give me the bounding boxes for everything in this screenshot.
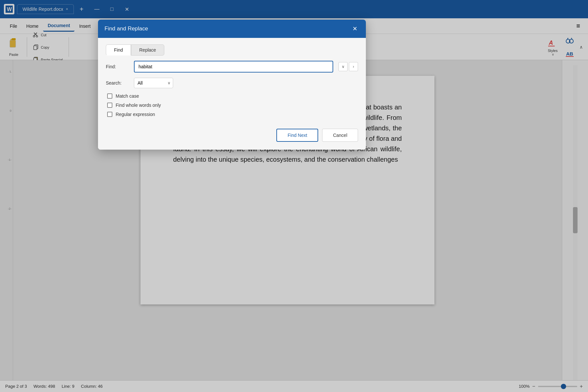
regex-checkbox[interactable] xyxy=(107,112,112,117)
dialog-form: Find: ∨ › Search: All Up Down xyxy=(106,61,358,142)
dialog-tab-replace[interactable]: Replace xyxy=(131,44,164,56)
regex-label: Regular expression xyxy=(116,112,155,117)
modal-overlay: Find and Replace ✕ Find Replace Find: ∨ … xyxy=(0,0,588,392)
checkbox-group: Match case Find whole words only Regular… xyxy=(106,93,358,117)
whole-words-checkbox[interactable] xyxy=(107,103,112,108)
dialog-title-bar: Find and Replace ✕ xyxy=(98,20,366,38)
dialog-tab-find[interactable]: Find xyxy=(106,44,131,56)
match-case-label: Match case xyxy=(116,93,139,99)
find-dropdown-btn[interactable]: ∨ xyxy=(338,62,348,71)
find-replace-dialog: Find and Replace ✕ Find Replace Find: ∨ … xyxy=(98,20,366,150)
whole-words-label: Find whole words only xyxy=(116,103,161,108)
find-label: Find: xyxy=(106,64,129,69)
dialog-close-button[interactable]: ✕ xyxy=(350,24,359,33)
whole-words-row: Find whole words only xyxy=(107,103,358,108)
find-next-inline-btn[interactable]: › xyxy=(349,62,358,71)
cancel-button[interactable]: Cancel xyxy=(322,129,358,142)
find-input[interactable] xyxy=(134,61,333,73)
dialog-title: Find and Replace xyxy=(105,25,148,32)
find-next-button[interactable]: Find Next xyxy=(276,129,318,142)
match-case-checkbox[interactable] xyxy=(107,93,112,99)
search-select-wrapper: All Up Down ∨ xyxy=(134,78,173,88)
dialog-buttons: Find Next Cancel xyxy=(106,129,358,142)
search-row: Search: All Up Down ∨ xyxy=(106,78,358,88)
search-select[interactable]: All Up Down xyxy=(134,78,173,88)
match-case-row: Match case xyxy=(107,93,358,99)
dialog-tabs: Find Replace xyxy=(106,44,358,56)
dialog-body: Find Replace Find: ∨ › Search: xyxy=(98,38,366,150)
find-input-controls: ∨ › xyxy=(338,62,358,71)
search-label: Search: xyxy=(106,80,129,86)
regex-row: Regular expression xyxy=(107,112,358,117)
find-row: Find: ∨ › xyxy=(106,61,358,73)
